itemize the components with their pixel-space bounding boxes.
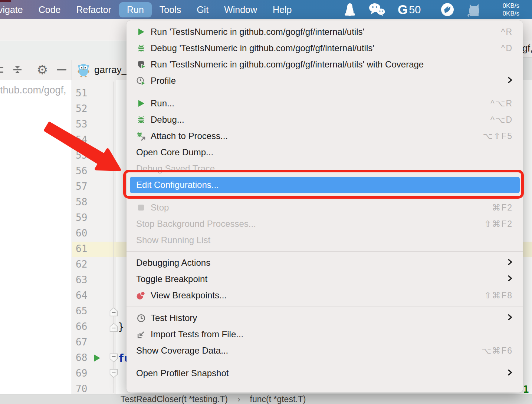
menu-item-shortcut: ⌥⇧F5 xyxy=(483,131,513,141)
menubar-item-run[interactable]: Run xyxy=(119,2,152,17)
ide-screen: ⚙ garray_n ithub.com/gogf, 51525354555 xyxy=(0,0,532,404)
history-icon xyxy=(136,313,146,323)
menubar-item-tools[interactable]: Tools xyxy=(152,2,189,17)
line-number-66[interactable]: 66 xyxy=(76,321,91,332)
line-number-53[interactable]: 53 xyxy=(76,119,91,130)
cat-icon[interactable] xyxy=(467,0,481,19)
menu-separator xyxy=(127,251,523,252)
toolbar-divider xyxy=(30,64,30,76)
line-number-51[interactable]: 51 xyxy=(76,87,91,99)
line-number-69[interactable]: 69 xyxy=(76,368,91,379)
menu-item-run[interactable]: Run...^⌥R xyxy=(127,95,523,112)
expand-all-icon[interactable] xyxy=(0,60,5,80)
fold-marker-down[interactable] xyxy=(109,353,118,362)
line-number-52[interactable]: 52 xyxy=(76,103,91,114)
menu-item-test-history[interactable]: Test History xyxy=(127,310,523,326)
line-number-54[interactable]: 54 xyxy=(76,134,91,145)
menu-item-run-testisnumeric-in-github-com-gogf-gf-in[interactable]: Run 'TestIsNumeric in github.com/gogf/gf… xyxy=(127,56,523,73)
fold-marker-up[interactable] xyxy=(109,307,118,317)
panel-splitter[interactable] xyxy=(72,60,72,394)
menu-item-label: Run 'TestIsNumeric in github.com/gogf/gf… xyxy=(151,27,364,37)
submenu-arrow-icon xyxy=(507,76,513,86)
breadcrumb-function[interactable]: TestReadCloser(t *testing.T) xyxy=(121,394,228,404)
line-number-65[interactable]: 65 xyxy=(76,305,91,317)
menu-item-open-core-dump[interactable]: Open Core Dump... xyxy=(127,144,523,160)
menubar-item-window[interactable]: Window xyxy=(216,2,265,17)
menubar-item-code[interactable]: Code xyxy=(31,2,69,17)
menu-item-shortcut: ^D xyxy=(501,43,513,53)
menu-item-label: View Breakpoints... xyxy=(151,290,227,301)
menu-item-debug-saved-trace: Debug Saved Trace... xyxy=(127,160,523,177)
line-number-59[interactable]: 59 xyxy=(76,212,91,223)
line-number-62[interactable]: 62 xyxy=(76,259,91,270)
test-package-label[interactable]: ithub.com/gogf, xyxy=(0,85,66,96)
breakpoints-icon xyxy=(136,291,146,300)
menu-item-attach-to-process[interactable]: Attach to Process...⌥⇧F5 xyxy=(127,128,523,144)
menu-item-shortcut: ^⌥R xyxy=(490,99,513,109)
wechat-icon[interactable] xyxy=(368,0,385,19)
gopher-icon xyxy=(77,63,90,77)
menubar-item-refactor[interactable]: Refactor xyxy=(68,2,119,17)
line-number-56[interactable]: 56 xyxy=(76,165,91,176)
gear-icon[interactable]: ⚙ xyxy=(35,60,50,80)
macos-menubar: NavigateCodeRefactorRunToolsGitWindowHel… xyxy=(0,0,532,19)
menu-item-view-breakpoints[interactable]: View Breakpoints...⇧⌘F8 xyxy=(127,287,523,304)
line-number-57[interactable]: 57 xyxy=(76,181,91,192)
run-icon xyxy=(136,99,146,108)
menu-item-label: Debugging Actions xyxy=(136,258,210,268)
fold-marker-up[interactable] xyxy=(109,323,118,332)
editor-tab-garray[interactable]: garray_n xyxy=(72,60,127,80)
menu-separator xyxy=(127,92,523,92)
submenu-arrow-icon xyxy=(507,313,513,323)
line-number-68[interactable]: 68 xyxy=(76,352,91,363)
submenu-arrow-icon xyxy=(507,274,513,284)
collapse-all-icon[interactable] xyxy=(11,60,24,80)
coverage-icon xyxy=(136,60,146,69)
line-number-61[interactable]: 61 xyxy=(76,243,91,254)
line-number-58[interactable]: 58 xyxy=(76,196,91,208)
fold-marker-down[interactable] xyxy=(109,369,118,378)
menu-item-label: Show Coverage Data... xyxy=(136,345,228,356)
breadcrumb-inner-func[interactable]: func(t *gtest.T) xyxy=(250,394,306,404)
menubar-item-help[interactable]: Help xyxy=(265,2,299,17)
menu-item-debugging-actions[interactable]: Debugging Actions xyxy=(127,255,523,271)
line-number-64[interactable]: 64 xyxy=(76,290,91,301)
code-closing-brace: } xyxy=(118,321,124,333)
menu-item-label: Import Tests from File... xyxy=(151,329,243,340)
menu-item-show-running-list: Show Running List xyxy=(127,232,523,248)
menu-item-toggle-breakpoint[interactable]: Toggle Breakpoint xyxy=(127,271,523,287)
line-number-67[interactable]: 67 xyxy=(76,337,91,348)
menu-item-debug-testisnumeric-in-github-com-gogf-gf-[interactable]: Debug 'TestIsNumeric in github.com/gogf/… xyxy=(127,40,523,56)
breadcrumb: TestReadCloser(t *testing.T) › func(t *g… xyxy=(0,394,532,404)
hide-panel-icon[interactable] xyxy=(55,60,68,80)
right-tab-sliver: gf, xyxy=(523,41,532,57)
g-status-badge[interactable]: G 50 xyxy=(398,0,421,19)
qq-icon[interactable] xyxy=(344,0,355,19)
menu-item-show-coverage-data[interactable]: Show Coverage Data...⌥⌘F6 xyxy=(127,342,523,359)
menu-item-open-profiler-snapshot[interactable]: Open Profiler Snapshot xyxy=(127,365,523,381)
network-speed-indicator: 0KB/s 0KB/s xyxy=(503,2,519,17)
menu-item-label: Open Core Dump... xyxy=(136,147,213,158)
menu-separator xyxy=(127,362,523,362)
menu-item-label: Run... xyxy=(151,98,174,109)
menubar-item-navigate[interactable]: Navigate xyxy=(0,2,31,17)
menu-item-shortcut: ⇧⌘F8 xyxy=(484,291,513,301)
line-number-63[interactable]: 63 xyxy=(76,274,91,285)
menu-item-label: Edit Configurations... xyxy=(136,180,219,190)
run-test-gutter-icon[interactable] xyxy=(93,354,101,364)
menu-item-import-tests-from-file[interactable]: Import Tests from File... xyxy=(127,326,523,342)
breadcrumb-separator-icon: › xyxy=(237,394,240,404)
bird-icon[interactable] xyxy=(441,0,454,19)
menu-item-edit-configurations[interactable]: Edit Configurations... xyxy=(130,177,520,193)
fold-track-line xyxy=(114,82,114,393)
line-number-60[interactable]: 60 xyxy=(76,228,91,239)
menu-item-label: Run 'TestIsNumeric in github.com/gogf/gf… xyxy=(151,59,424,70)
menu-item-debug[interactable]: Debug...^⌥D xyxy=(127,112,523,128)
menu-item-profile[interactable]: Profile xyxy=(127,73,523,89)
line-number-55[interactable]: 55 xyxy=(76,150,91,161)
line-number-70[interactable]: 70 xyxy=(76,383,91,394)
menu-item-run-testisnumeric-in-github-com-gogf-gf-in[interactable]: Run 'TestIsNumeric in github.com/gogf/gf… xyxy=(127,24,523,40)
menu-item-label: Debug Saved Trace... xyxy=(136,163,222,174)
right-tab-fragment: gf, xyxy=(523,43,532,54)
menubar-item-git[interactable]: Git xyxy=(189,2,216,17)
